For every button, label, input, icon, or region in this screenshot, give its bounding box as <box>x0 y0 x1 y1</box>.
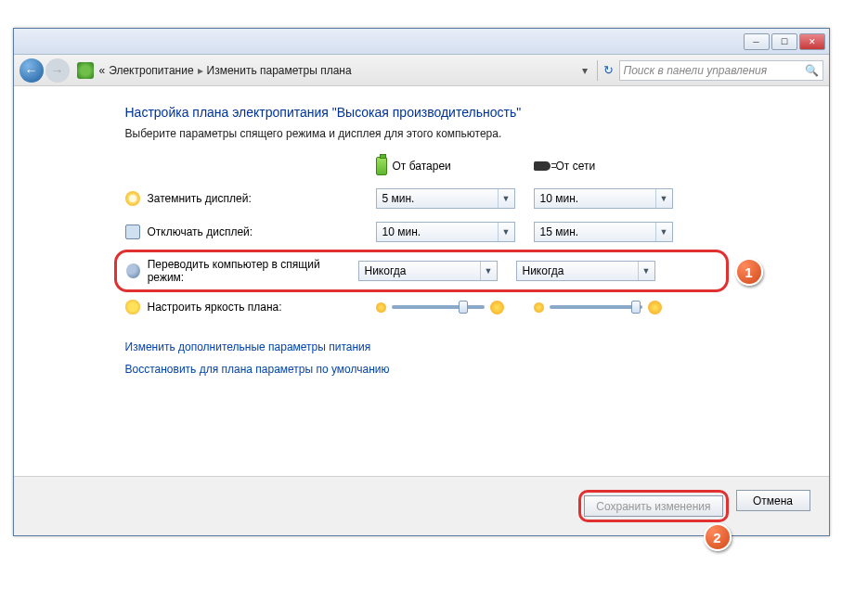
breadcrumb-item[interactable]: Изменить параметры плана <box>207 64 352 77</box>
turn-off-display-label: Отключать дисплей: <box>125 225 367 239</box>
chevron-down-icon: ▼ <box>638 262 654 280</box>
brightness-plugged-slider[interactable] <box>534 301 682 314</box>
forward-button[interactable]: → <box>45 58 70 83</box>
chevron-down-icon: ▼ <box>480 262 497 280</box>
titlebar: ─ ☐ ✕ <box>14 29 829 55</box>
breadcrumb-item[interactable]: Электропитание <box>109 64 193 77</box>
search-icon: 🔍 <box>805 64 819 77</box>
brightness-battery-slider[interactable] <box>376 301 525 314</box>
turn-off-display-battery-dropdown[interactable]: 10 мин.▼ <box>376 222 515 242</box>
address-dropdown[interactable]: ▾ <box>578 64 591 77</box>
brightness-label: Настроить яркость плана: <box>125 300 367 314</box>
sleep-plugged-dropdown[interactable]: Никогда▼ <box>516 261 655 281</box>
sun-high-icon <box>648 301 662 314</box>
breadcrumb: « Электропитание ▸ Изменить параметры пл… <box>99 64 352 77</box>
footer-bar: Сохранить изменения 2 Отмена <box>14 476 829 535</box>
sleep-label: Переводить компьютер в спящий режим: <box>126 258 349 284</box>
plug-icon <box>534 161 551 171</box>
settings-grid: От батареи От сети Затемнить дисплей: 5 … <box>125 157 718 242</box>
advanced-settings-link[interactable]: Изменить дополнительные параметры питани… <box>125 340 718 353</box>
chevron-down-icon: ▼ <box>498 189 514 208</box>
moon-icon <box>126 263 140 278</box>
content-area: Настройка плана электропитания "Высокая … <box>14 86 829 476</box>
callout-1: 1 <box>735 258 763 286</box>
dim-display-label: Затемнить дисплей: <box>125 191 367 206</box>
sleep-battery-dropdown[interactable]: Никогда▼ <box>358 261 498 281</box>
sleep-row-highlight: Переводить компьютер в спящий режим: Ник… <box>114 250 729 292</box>
monitor-off-icon <box>125 225 140 239</box>
maximize-button[interactable]: ☐ <box>771 33 797 50</box>
dim-display-battery-dropdown[interactable]: 5 мин.▼ <box>376 188 515 209</box>
column-header-plugged: От сети <box>534 160 682 173</box>
links-section: Изменить дополнительные параметры питани… <box>125 340 718 376</box>
control-panel-window: ─ ☐ ✕ ← → « Электропитание ▸ Изменить па… <box>13 28 830 536</box>
search-input[interactable]: Поиск в панели управления 🔍 <box>619 60 823 81</box>
dim-display-plugged-dropdown[interactable]: 10 мин.▼ <box>534 188 673 209</box>
minimize-button[interactable]: ─ <box>744 33 770 50</box>
address-bar[interactable]: « Электропитание ▸ Изменить параметры пл… <box>77 62 591 79</box>
page-title: Настройка плана электропитания "Высокая … <box>125 105 718 120</box>
sun-low-icon <box>534 302 544 313</box>
chevron-down-icon: ▼ <box>655 189 672 208</box>
restore-defaults-link[interactable]: Восстановить для плана параметры по умол… <box>125 363 718 376</box>
navigation-bar: ← → « Электропитание ▸ Изменить параметр… <box>14 55 829 86</box>
back-button[interactable]: ← <box>19 58 44 83</box>
sun-high-icon <box>490 301 504 314</box>
chevron-down-icon: ▼ <box>498 223 514 241</box>
cancel-button[interactable]: Отмена <box>736 490 810 511</box>
close-button[interactable]: ✕ <box>799 33 825 50</box>
turn-off-display-plugged-dropdown[interactable]: 15 мин.▼ <box>534 222 673 242</box>
page-subtitle: Выберите параметры спящего режима и дисп… <box>125 127 718 140</box>
callout-2: 2 <box>704 523 732 551</box>
power-icon <box>77 62 94 79</box>
chevron-down-icon: ▼ <box>655 223 672 241</box>
save-button-highlight: Сохранить изменения 2 <box>578 490 728 522</box>
brightness-row: Настроить яркость плана: <box>125 300 718 314</box>
dim-icon <box>125 191 140 206</box>
battery-icon <box>376 157 387 175</box>
sun-icon <box>125 300 140 314</box>
column-header-battery: От батареи <box>376 157 525 175</box>
save-button[interactable]: Сохранить изменения <box>584 495 722 517</box>
sun-low-icon <box>376 302 386 313</box>
refresh-button[interactable]: ↻ <box>597 60 619 81</box>
